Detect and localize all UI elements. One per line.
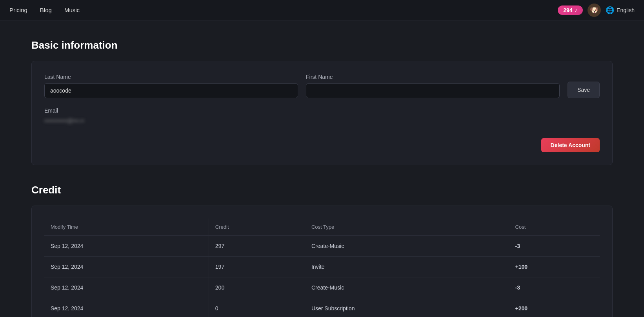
cell-cost-type: Invite — [305, 257, 509, 277]
credit-title: Credit — [31, 184, 613, 196]
last-name-input[interactable] — [44, 83, 298, 98]
email-value: ••••••••••••@•••.•• — [44, 114, 600, 126]
credit-table-body: Sep 12, 2024 297 Create-Music -3 Sep 12,… — [44, 236, 600, 317]
cell-cost: +100 — [509, 257, 600, 277]
name-row: Last Name First Name Save — [44, 74, 600, 98]
music-note-icon: ♪ — [575, 7, 578, 13]
last-name-group: Last Name — [44, 74, 298, 98]
cell-cost: -3 — [509, 277, 600, 298]
globe-icon: 🌐 — [606, 6, 614, 15]
email-label: Email — [44, 107, 58, 114]
language-label: English — [617, 7, 635, 13]
col-cost-type: Cost Type — [305, 219, 509, 236]
col-credit: Credit — [209, 219, 305, 236]
nav-right: 294 ♪ 🐶 🌐 English — [558, 4, 635, 17]
credit-badge[interactable]: 294 ♪ — [558, 5, 583, 15]
cell-cost: -3 — [509, 236, 600, 257]
first-name-label: First Name — [306, 74, 560, 80]
cell-credit: 197 — [209, 257, 305, 277]
cell-modify-time: Sep 12, 2024 — [44, 257, 209, 277]
avatar-emoji: 🐶 — [590, 6, 599, 15]
cell-credit: 0 — [209, 298, 305, 317]
avatar[interactable]: 🐶 — [588, 4, 601, 17]
credit-table-header: Modify Time Credit Cost Type Cost — [44, 219, 600, 236]
cell-cost-type: Create-Music — [305, 236, 509, 257]
delete-account-button[interactable]: Delete Account — [541, 138, 600, 152]
main-content: Basic information Last Name First Name S… — [0, 20, 644, 317]
first-name-input[interactable] — [306, 83, 560, 98]
cell-cost: +200 — [509, 298, 600, 317]
table-row: Sep 12, 2024 297 Create-Music -3 — [44, 236, 600, 257]
cell-cost-type: User Subscription — [305, 298, 509, 317]
first-name-group: First Name — [306, 74, 560, 98]
col-modify-time: Modify Time — [44, 219, 209, 236]
basic-info-card: Last Name First Name Save Email ••••••••… — [31, 61, 613, 165]
cell-cost-type: Create-Music — [305, 277, 509, 298]
table-row: Sep 12, 2024 0 User Subscription +200 — [44, 298, 600, 317]
cell-credit: 200 — [209, 277, 305, 298]
cell-modify-time: Sep 12, 2024 — [44, 236, 209, 257]
nav-pricing[interactable]: Pricing — [9, 7, 27, 13]
navbar: Pricing Blog Music 294 ♪ 🐶 🌐 English — [0, 0, 644, 20]
cell-modify-time: Sep 12, 2024 — [44, 298, 209, 317]
header-row: Modify Time Credit Cost Type Cost — [44, 219, 600, 236]
nav-links: Pricing Blog Music — [9, 7, 558, 13]
email-row: Email ••••••••••••@•••.•• — [44, 107, 600, 126]
cell-modify-time: Sep 12, 2024 — [44, 277, 209, 298]
col-cost: Cost — [509, 219, 600, 236]
table-row: Sep 12, 2024 197 Invite +100 — [44, 257, 600, 277]
table-row: Sep 12, 2024 200 Create-Music -3 — [44, 277, 600, 298]
language-selector[interactable]: 🌐 English — [606, 6, 635, 15]
basic-info-title: Basic information — [31, 39, 613, 51]
cell-credit: 297 — [209, 236, 305, 257]
credit-table: Modify Time Credit Cost Type Cost Sep 12… — [44, 219, 600, 317]
save-button[interactable]: Save — [568, 82, 600, 98]
card-footer: Delete Account — [44, 138, 600, 152]
credit-count: 294 — [563, 7, 572, 13]
nav-music[interactable]: Music — [64, 7, 80, 13]
last-name-label: Last Name — [44, 74, 298, 80]
nav-blog[interactable]: Blog — [40, 7, 52, 13]
credit-card: Modify Time Credit Cost Type Cost Sep 12… — [31, 206, 613, 317]
